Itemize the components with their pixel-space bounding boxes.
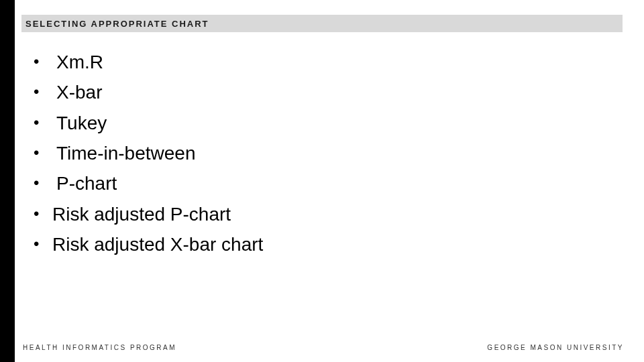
bullet-list: •Xm.R •X-bar •Tukey •Time-in-between •P-… [34,47,263,260]
footer-right-text: GEORGE MASON UNIVERSITY [487,344,624,351]
list-item: •Risk adjusted P-chart [34,199,263,229]
slide-header: SELECTING APPROPRIATE CHART [21,15,623,32]
bullet-icon: • [34,138,52,168]
list-item: •P-chart [34,168,263,198]
list-item: •X-bar [34,77,263,107]
bullet-icon: • [34,77,52,107]
list-item: •Risk adjusted X-bar chart [34,229,263,259]
list-item-label: Xm.R [52,47,103,77]
list-item: •Time-in-between [34,138,263,168]
list-item-label: Tukey [52,108,107,138]
bullet-icon: • [34,199,52,229]
bullet-icon: • [34,108,52,137]
list-item-label: Risk adjusted X-bar chart [52,229,263,259]
bullet-icon: • [34,168,52,198]
list-item-label: Risk adjusted P-chart [52,199,231,229]
slide-title: SELECTING APPROPRIATE CHART [25,19,209,29]
bullet-icon: • [34,47,52,76]
list-item-label: P-chart [52,168,117,198]
bullet-icon: • [34,229,52,259]
list-item-label: Time-in-between [52,138,195,168]
list-item: •Xm.R [34,47,263,77]
list-item-label: X-bar [52,77,102,107]
footer-left-text: HEALTH INFORMATICS PROGRAM [23,344,176,351]
left-accent-bar [0,0,15,362]
list-item: •Tukey [34,108,263,138]
